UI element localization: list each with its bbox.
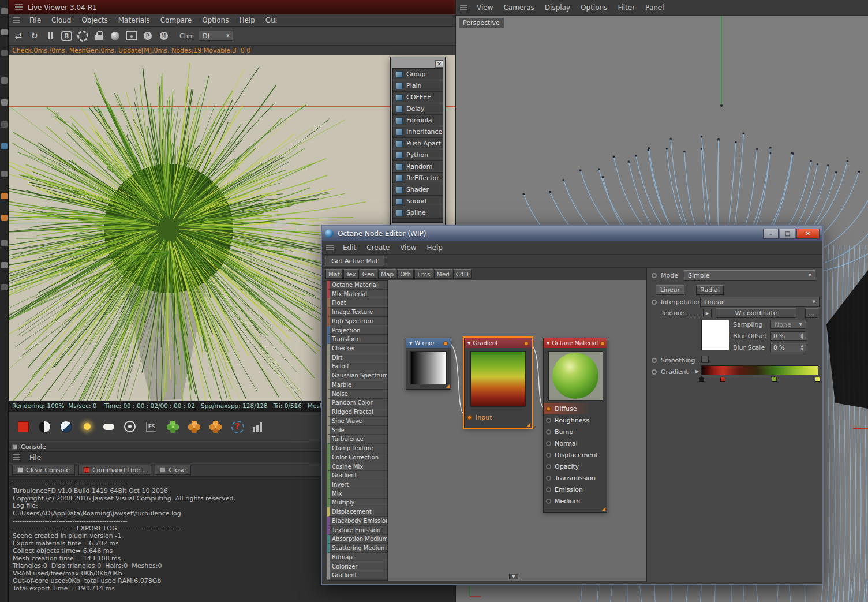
render-stop-icon[interactable] [14, 418, 32, 435]
reset-icon[interactable] [27, 29, 42, 43]
node-header[interactable]: ▼ W coor [406, 338, 451, 348]
port-dot-icon[interactable] [546, 406, 551, 412]
tab-oth[interactable]: Oth [397, 269, 414, 279]
port-displacement[interactable]: Displacement [544, 449, 607, 461]
linear-button[interactable]: Linear [656, 285, 684, 295]
texture-browse-button[interactable]: ... [805, 308, 818, 318]
input-port-row[interactable]: Input [465, 412, 532, 423]
node-list-item-image-texture[interactable]: Image Texture [327, 308, 387, 317]
palette-icon[interactable] [1, 284, 8, 290]
port-dot-icon[interactable] [546, 487, 551, 492]
anim-dot-icon[interactable] [652, 273, 657, 278]
vp-menu-filter[interactable]: Filter [612, 2, 640, 13]
palette-item-plain[interactable]: Plain [393, 80, 443, 92]
palette-item-reeffector[interactable]: ReEffector [393, 173, 443, 184]
palette-item-delay[interactable]: Delay [393, 103, 443, 115]
node-list-item-checker[interactable]: Checker [327, 344, 387, 353]
ne-menu-create[interactable]: Create [361, 242, 395, 253]
lv-menu-cloud[interactable]: Cloud [46, 15, 76, 25]
port-normal[interactable]: Normal [544, 438, 607, 449]
ne-menu-help[interactable]: Help [422, 242, 448, 253]
tab-mat[interactable]: Mat [326, 269, 343, 279]
palette-icon[interactable] [1, 50, 8, 56]
reload-question-icon[interactable] [228, 418, 245, 435]
smoothing-checkbox[interactable] [701, 356, 709, 363]
port-opacity[interactable]: Opacity [544, 461, 607, 472]
gradient-knot[interactable] [815, 376, 820, 382]
node-graph-canvas[interactable]: ▼ W coor ◢ ▼ Gradient Input [388, 280, 646, 581]
node-list-item-colorizer[interactable]: Colorizer [327, 562, 387, 571]
palette-icon[interactable] [1, 171, 8, 177]
port-dot-icon[interactable] [546, 453, 551, 458]
palette-item-python[interactable]: Python [393, 149, 443, 161]
console-button-close[interactable]: Close [155, 465, 191, 475]
get-active-mat-button[interactable]: Get Active Mat [325, 256, 384, 266]
node-list-item-falloff[interactable]: Falloff [327, 362, 387, 372]
palette-item-random[interactable]: Random [393, 161, 443, 173]
gradient-knot[interactable] [699, 376, 704, 382]
node-header[interactable]: ▼ Octane Material [544, 338, 607, 348]
palette-icon[interactable] [1, 193, 8, 199]
node-list-item-color-correction[interactable]: Color Correction [327, 453, 387, 462]
sun-light-icon[interactable] [78, 418, 96, 435]
menu-grid-icon[interactable] [13, 454, 20, 461]
palette-item-formula[interactable]: Formula [393, 115, 443, 126]
focus-pick-icon[interactable] [140, 29, 155, 43]
node-list-item-rgb-spectrum[interactable]: Rgb Spectrum [327, 317, 387, 326]
console-button-clear-console[interactable]: Clear Console [12, 465, 75, 475]
palette-item-shader[interactable]: Shader [393, 184, 443, 196]
mode-select[interactable]: Simple ▼ [684, 270, 815, 281]
ies-light-icon[interactable] [143, 418, 160, 435]
palette-icon[interactable] [1, 8, 8, 14]
node-list-item-marble[interactable]: Marble [327, 380, 387, 390]
menu-grid-icon[interactable] [460, 5, 467, 11]
anim-dot-icon[interactable] [652, 358, 657, 363]
spinner-arrows-icon[interactable]: ▲▼ [800, 344, 803, 351]
ball-contrast-icon[interactable] [57, 418, 74, 435]
lv-menu-help[interactable]: Help [234, 15, 260, 25]
node-header[interactable]: ▼ Gradient [465, 338, 532, 348]
palette-icon[interactable] [1, 77, 8, 84]
palette-item-spline[interactable]: Spline [393, 207, 443, 219]
vp-menu-options[interactable]: Options [575, 2, 612, 13]
node-list-item-texture-emission[interactable]: Texture Emission [327, 526, 387, 535]
node-list-item-invert[interactable]: Invert [327, 480, 387, 489]
live-viewer-titlebar[interactable]: Live Viewer 3.04-R1 [9, 0, 455, 14]
tab-map[interactable]: Map [378, 269, 396, 279]
collapse-icon[interactable]: ▼ [467, 341, 470, 346]
tab-c4d[interactable]: C4D [453, 269, 472, 279]
gradient-expand-icon[interactable]: ▶ [695, 369, 699, 374]
lv-menu-gui[interactable]: Gui [260, 15, 282, 25]
tab-med[interactable]: Med [434, 269, 452, 279]
stats-icon[interactable] [249, 418, 267, 435]
node-list-item-float[interactable]: Float [327, 298, 387, 308]
node-list-item-scattering-medium[interactable]: Scattering Medium [327, 544, 387, 553]
port-diffuse[interactable]: Diffuse [544, 403, 607, 414]
node-list-item-sine-wave[interactable]: Sine Wave [327, 417, 387, 426]
menu-grid-icon[interactable] [13, 17, 20, 24]
blur-offset-input[interactable]: 0 % ▲▼ [770, 331, 806, 341]
ne-menu-edit[interactable]: Edit [338, 242, 361, 253]
interpolation-select[interactable]: Linear ▼ [700, 297, 820, 307]
palette-icon[interactable] [1, 121, 8, 128]
palette-item-sound[interactable]: Sound [393, 196, 443, 207]
collapse-icon[interactable]: ▼ [547, 341, 549, 346]
render-sphere-icon[interactable] [108, 29, 122, 43]
node-list-item-dirt[interactable]: Dirt [327, 353, 387, 362]
swap-arrows-icon[interactable] [11, 29, 25, 43]
node-list-item-side[interactable]: Side [327, 426, 387, 435]
port-dot-icon[interactable] [546, 441, 551, 446]
sampling-select[interactable]: None ▼ [770, 320, 806, 329]
palette-item-group[interactable]: Group [393, 69, 443, 80]
scroll-down-button[interactable]: ▼ [509, 573, 518, 579]
port-dot-icon[interactable] [546, 429, 551, 435]
resize-grip-icon[interactable]: ◢ [527, 422, 530, 427]
node-list-item-random-color[interactable]: Random Color [327, 399, 387, 408]
material-pick-icon[interactable] [156, 29, 171, 43]
emitter-orange2-icon[interactable] [207, 418, 224, 435]
port-roughness[interactable]: Roughness [544, 414, 607, 426]
port-medium[interactable]: Medium [544, 495, 607, 507]
port-emission[interactable]: Emission [544, 484, 607, 495]
color-swatch[interactable] [701, 320, 729, 350]
tab-gen[interactable]: Gen [360, 269, 377, 279]
